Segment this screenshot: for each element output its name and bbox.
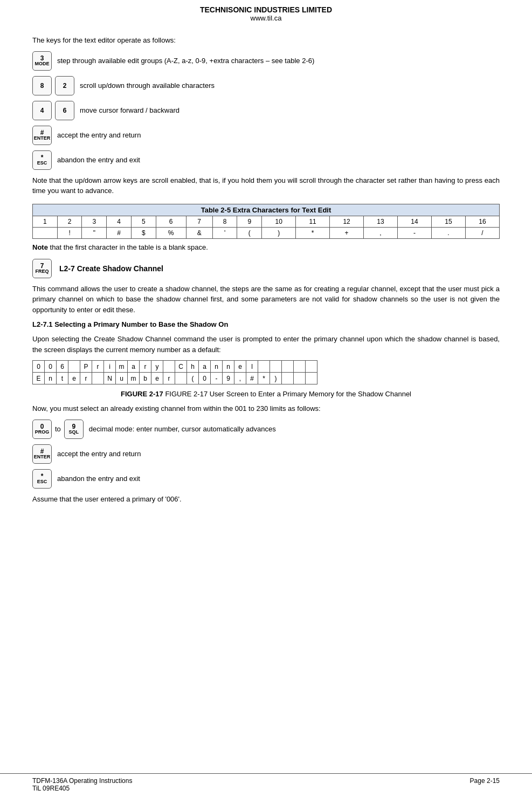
col-header-3: 3: [82, 216, 107, 227]
note-paragraph: Note that the up/down arrow keys are scr…: [32, 175, 500, 196]
freq-key: 7 FREQ: [32, 259, 52, 278]
key-8: 8: [32, 76, 52, 95]
lcd-row-1: 0 0 6 P r i m a r y C h a n n e l: [33, 361, 317, 373]
intro-text: The keys for the text editor operate as …: [32, 35, 500, 46]
lcd-row-2: E n t e r N u m b e r ( 0 - 9 , # * ): [33, 373, 317, 384]
footer-doc-title: TDFM-136A Operating Instructions: [32, 777, 132, 785]
section-l27-row: 7 FREQ L2-7 Create Shadow Channel: [32, 259, 500, 278]
char-12: +: [330, 227, 364, 238]
figure-label: FIGURE 2-17: [121, 390, 163, 398]
key-row-decimal: 0 PROG to 9 SQL decimal mode: enter numb…: [32, 420, 500, 439]
esc-key: * ESC: [32, 150, 52, 170]
col-header-5: 5: [131, 216, 156, 227]
char-8: ': [212, 227, 237, 238]
key-row-enter: # ENTER accept the entry and return: [32, 126, 500, 145]
key-9-sql: 9 SQL: [64, 420, 84, 439]
scroll-key-description: scroll up/down through available charact…: [80, 81, 215, 90]
page-footer: TDFM-136A Operating Instructions TiL 09R…: [0, 773, 532, 795]
lcd-display-table: 0 0 6 P r i m a r y C h a n n e l: [32, 360, 317, 384]
esc-key-2: * ESC: [32, 469, 52, 489]
col-header-8: 8: [212, 216, 237, 227]
key-row-esc: * ESC abandon the entry and exit: [32, 150, 500, 170]
col-header-14: 14: [398, 216, 432, 227]
esc-key-description: abandon the entry and exit: [57, 156, 140, 164]
decimal-key-description: decimal mode: enter number, cursor autom…: [89, 425, 276, 433]
col-header-11: 11: [296, 216, 330, 227]
subsection-l271-body: Upon selecting the Create Shadow Channel…: [32, 334, 500, 355]
char-13: ,: [364, 227, 398, 238]
key-4: 4: [32, 101, 52, 120]
key-0-prog: 0 PROG: [32, 420, 52, 439]
char-15: .: [431, 227, 465, 238]
enter-key-2: # ENTER: [32, 444, 52, 464]
key-row-scroll: 8 2 scroll up/down through available cha…: [32, 76, 500, 95]
note-table-text: Note that the first character in the tab…: [32, 243, 500, 251]
esc-key-2-description: abandon the entry and exit: [57, 475, 140, 483]
footer-page: Page 2-15: [470, 777, 500, 792]
section-l27-heading: L2-7 Create Shadow Channel: [59, 264, 163, 273]
char-10: ): [262, 227, 296, 238]
assume-text: Assume that the user entered a primary o…: [32, 494, 500, 505]
col-header-1: 1: [33, 216, 58, 227]
col-header-4: 4: [107, 216, 132, 227]
char-14: -: [398, 227, 432, 238]
enter-key-2-description: accept the entry and return: [57, 450, 141, 458]
enter-key: # ENTER: [32, 126, 52, 145]
col-header-16: 16: [465, 216, 499, 227]
char-16: /: [465, 227, 499, 238]
col-header-10: 10: [262, 216, 296, 227]
char-4: #: [107, 227, 132, 238]
char-11: *: [296, 227, 330, 238]
col-header-15: 15: [431, 216, 465, 227]
col-header-2: 2: [57, 216, 82, 227]
note-content: that the first character in the table is…: [50, 243, 208, 251]
char-7: &: [186, 227, 212, 238]
char-6: %: [156, 227, 186, 238]
col-header-7: 7: [186, 216, 212, 227]
figure-caption: FIGURE 2-17 FIGURE 2-17 User Screen to E…: [32, 390, 500, 398]
col-header-13: 13: [364, 216, 398, 227]
figure-description: FIGURE 2-17 User Screen to Enter a Prima…: [165, 390, 411, 398]
to-label: to: [55, 425, 61, 433]
section-l27-body: This command allows the user to create a…: [32, 284, 500, 315]
footer-left: TDFM-136A Operating Instructions TiL 09R…: [32, 777, 132, 792]
mode-key: 3 MODE: [32, 51, 52, 71]
decimal-keys: 0 PROG to 9 SQL: [32, 420, 84, 439]
char-9: (: [237, 227, 262, 238]
char-2: !: [57, 227, 82, 238]
key-2: 2: [55, 76, 74, 95]
key-row-mode: 3 MODE step through available edit group…: [32, 51, 500, 71]
char-5: $: [131, 227, 156, 238]
table-title: Table 2-5 Extra Characters for Text Edit: [33, 204, 500, 216]
company-name: TECHNISONIC INDUSTRIES LIMITED: [0, 5, 532, 14]
website: www.til.ca: [0, 14, 532, 22]
extra-chars-table: Table 2-5 Extra Characters for Text Edit…: [32, 204, 500, 239]
note-bold: Note: [32, 243, 48, 251]
subsection-l271-heading: L2-7.1 Selecting a Primary Number to Bas…: [32, 320, 500, 328]
cursor-key-description: move cursor forward / backward: [80, 106, 179, 114]
col-header-12: 12: [330, 216, 364, 227]
key-row-enter-2: # ENTER accept the entry and return: [32, 444, 500, 464]
mode-key-description: step through available edit groups (A-Z,…: [57, 57, 314, 65]
col-header-9: 9: [237, 216, 262, 227]
key-6: 6: [55, 101, 74, 120]
cursor-keys: 4 6: [32, 101, 74, 120]
char-3: ": [82, 227, 107, 238]
enter-key-description: accept the entry and return: [57, 131, 141, 139]
key-row-esc-2: * ESC abandon the entry and exit: [32, 469, 500, 489]
char-1: [33, 227, 58, 238]
key-row-cursor: 4 6 move cursor forward / backward: [32, 101, 500, 120]
select-text: Now, you must select an already existing…: [32, 403, 500, 414]
col-header-6: 6: [156, 216, 186, 227]
footer-doc-id: TiL 09RE405: [32, 785, 132, 792]
scroll-keys: 8 2: [32, 76, 74, 95]
